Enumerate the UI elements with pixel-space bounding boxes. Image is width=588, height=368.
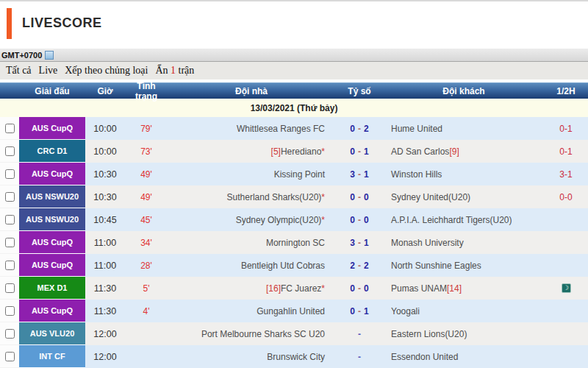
league-badge[interactable]: AUS NSWU20	[19, 208, 85, 231]
column-header-home: Đội nhà	[168, 86, 335, 96]
column-header-halftime: 1/2H	[544, 86, 588, 96]
home-team-name[interactable]: Bentleigh Utd Cobras	[241, 261, 325, 271]
row-checkbox[interactable]	[5, 169, 15, 179]
league-cell: AUS NSWU20	[19, 185, 85, 208]
away-team-name[interactable]: North Sunshine Eagles	[391, 261, 481, 271]
home-team-name[interactable]: Herediano	[281, 146, 321, 157]
table-header: Giải đấu Giờ Tình trạng Đội nhà Tỷ số Độ…	[0, 82, 588, 99]
away-team-name[interactable]: A.P.I.A. Leichhardt Tigers(U20)	[391, 215, 512, 225]
halftime-score-cell: 3-1	[544, 163, 588, 185]
league-badge[interactable]: AUS CupQ	[19, 231, 85, 254]
home-redcard-mark: *	[321, 215, 325, 225]
away-team-name[interactable]: Hume United	[391, 124, 442, 134]
match-minute: 49'	[125, 185, 168, 208]
home-redcard-mark: *	[321, 192, 325, 202]
row-checkbox[interactable]	[5, 215, 15, 224]
home-team-name[interactable]: Brunswick City	[267, 352, 325, 362]
home-team-name[interactable]: Port Melbourne Sharks SC U20	[201, 329, 325, 339]
away-team-name[interactable]: Monash University	[391, 238, 464, 248]
away-team-name[interactable]: Essendon United	[391, 352, 458, 362]
row-checkbox[interactable]	[5, 261, 15, 270]
filter-all[interactable]: Tất cả	[6, 65, 32, 77]
kickoff-time: 10:00	[85, 140, 125, 163]
row-select-cell	[0, 208, 19, 231]
away-team-name[interactable]: Yoogali	[391, 306, 420, 316]
hide-count: 1	[171, 65, 176, 76]
home-team-name[interactable]: Whittlesea Ranges FC	[237, 124, 325, 134]
league-badge[interactable]: MEX D1	[19, 277, 85, 300]
match-row: AUS CupQ11:304'Gungahlin United0-1Yoogal…	[0, 300, 588, 322]
score-dash: -	[358, 146, 361, 157]
league-badge[interactable]: AUS NSWU20	[19, 185, 85, 208]
row-checkbox[interactable]	[5, 192, 15, 202]
match-minute: 45'	[125, 208, 168, 231]
home-team-name[interactable]: Gungahlin United	[257, 306, 325, 316]
row-checkbox[interactable]	[5, 238, 15, 247]
row-checkbox[interactable]	[5, 124, 15, 133]
night-match-icon[interactable]: ☽	[562, 283, 571, 293]
score-dash: -	[358, 215, 361, 225]
halftime-score-cell: ☽	[544, 277, 588, 300]
home-team-cell: Port Melbourne Sharks SC U20	[168, 322, 335, 345]
score-cell: 0-1	[335, 140, 384, 163]
match-row: AUS VLU2012:00Port Melbourne Sharks SC U…	[0, 322, 588, 345]
score-dash: -	[358, 261, 361, 271]
score-dash: -	[358, 169, 361, 180]
match-minute: 49'	[125, 163, 168, 185]
filter-sort-by-league[interactable]: Xếp theo chủng loại	[65, 65, 148, 77]
score-cell: 0-0	[335, 208, 384, 231]
kickoff-time: 11:30	[85, 277, 125, 300]
home-team-cell: [5] Herediano*	[168, 140, 335, 163]
away-team-name[interactable]: Pumas UNAM	[391, 283, 447, 294]
home-team-name[interactable]: FC Juarez	[281, 283, 321, 294]
filter-hide-matches[interactable]: Ẩn 1 trận	[155, 65, 194, 77]
row-checkbox[interactable]	[5, 146, 15, 156]
league-badge[interactable]: AUS CupQ	[19, 300, 85, 322]
score-cell: 0-0	[335, 277, 384, 300]
match-minute: 5'	[125, 277, 168, 300]
league-badge[interactable]: AUS CupQ	[19, 254, 85, 277]
row-select-cell	[0, 322, 19, 345]
away-team-cell: Eastern Lions(U20)	[384, 322, 544, 345]
away-score: 1	[364, 169, 369, 180]
row-checkbox[interactable]	[5, 352, 15, 361]
league-badge[interactable]: AUS CupQ	[19, 163, 85, 185]
match-row: AUS NSWU2010:4545'Sydney Olympic(U20)*0-…	[0, 208, 588, 231]
score-dash: -	[358, 192, 361, 202]
row-checkbox[interactable]	[5, 306, 15, 316]
away-score: 2	[364, 261, 369, 271]
home-team-name[interactable]: Sutherland Sharks(U20)	[227, 192, 322, 202]
home-team-name[interactable]: Mornington SC	[266, 238, 325, 248]
row-checkbox[interactable]	[5, 283, 15, 293]
brand-accent-bar	[7, 8, 12, 39]
away-team-name[interactable]: Sydney United(U20)	[391, 192, 470, 202]
kickoff-time: 10:45	[85, 208, 125, 231]
league-cell: AUS CupQ	[19, 231, 85, 254]
league-cell: AUS CupQ	[19, 254, 85, 277]
away-score: 2	[364, 124, 369, 134]
away-team-name[interactable]: AD San Carlos	[391, 146, 449, 157]
row-checkbox[interactable]	[5, 329, 15, 339]
away-team-cell: Sydney United(U20)	[384, 185, 544, 208]
league-badge[interactable]: AUS CupQ	[19, 117, 85, 140]
row-select-cell	[0, 163, 19, 185]
timezone-info-icon[interactable]	[45, 51, 54, 60]
league-cell: CRC D1	[19, 140, 85, 163]
home-team-name[interactable]: Kissing Point	[274, 169, 325, 180]
league-badge[interactable]: INT CF	[19, 345, 85, 368]
filter-live[interactable]: Live	[39, 65, 58, 77]
away-team-cell: Monash University	[384, 231, 544, 254]
match-row: MEX D111:305'[16] FC Juarez*0-0Pumas UNA…	[0, 277, 588, 300]
league-badge[interactable]: CRC D1	[19, 140, 85, 163]
league-badge[interactable]: AUS VLU20	[19, 322, 85, 345]
league-cell: MEX D1	[19, 277, 85, 300]
column-header-time: Giờ	[85, 86, 125, 96]
kickoff-time: 10:30	[85, 163, 125, 185]
away-team-name[interactable]: Eastern Lions(U20)	[391, 329, 467, 339]
away-team-name[interactable]: Winston Hills	[391, 169, 442, 180]
halftime-score-cell: 0-1	[544, 117, 588, 140]
column-header-away: Đội khách	[384, 86, 544, 96]
home-team-name[interactable]: Sydney Olympic(U20)	[236, 215, 322, 225]
kickoff-time: 11:00	[85, 231, 125, 254]
timezone-label: GMT+0700	[1, 51, 42, 60]
